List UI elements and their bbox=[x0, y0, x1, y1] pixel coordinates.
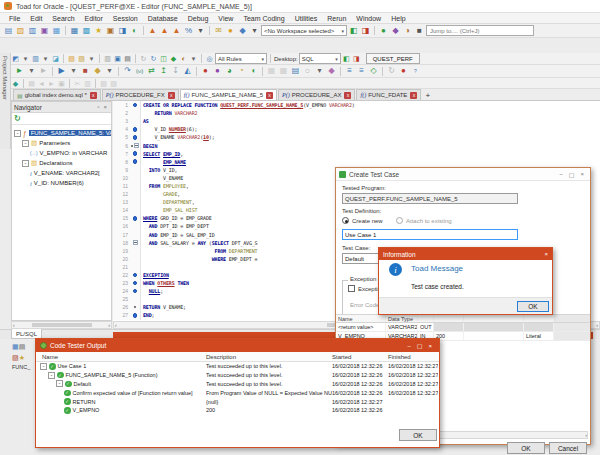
navigator-item-variable[interactable]: iV_ID: NUMBER(6) bbox=[12, 178, 111, 188]
document-tab-func-sample-name-5[interactable]: f()FUNC_SAMPLE_NAME_5x bbox=[180, 89, 277, 100]
alert-icon[interactable]: ● bbox=[225, 25, 236, 36]
breakpoint-marker-icon[interactable] bbox=[133, 103, 138, 108]
execute-script-icon[interactable]: ▲ bbox=[159, 25, 170, 36]
tree-expander-icon[interactable]: - bbox=[22, 140, 29, 147]
open-folder-icon[interactable]: ▧ bbox=[67, 54, 76, 63]
workspace-add-icon[interactable]: ◧ bbox=[348, 25, 359, 36]
pin-icon[interactable]: ◭ bbox=[182, 66, 193, 77]
redo-icon[interactable]: ↻ bbox=[149, 54, 158, 63]
workspace-dropdown[interactable]: <No Workspace selected> ▾ bbox=[261, 25, 347, 36]
ok-button[interactable]: OK bbox=[517, 301, 549, 312]
support-icon[interactable]: ◑ bbox=[402, 25, 413, 36]
column-header-name[interactable]: Name bbox=[42, 354, 58, 360]
grid-cell[interactable]: OUT bbox=[418, 323, 434, 331]
navigator-item-parameter[interactable]: (↔)V_EMPNO: in VARCHAR bbox=[12, 148, 111, 158]
current-schema-box[interactable]: QUEST_PERF bbox=[366, 53, 420, 64]
window-titlebar[interactable]: Code Tester Output – ▢ × bbox=[36, 339, 439, 352]
menu-session[interactable]: Session bbox=[108, 15, 143, 22]
tree-expander-icon[interactable]: - bbox=[48, 372, 55, 379]
export-icon[interactable]: ▨ bbox=[12, 354, 19, 361]
result-row[interactable]: ✓Confirm expected value of [Function ret… bbox=[36, 388, 439, 397]
bug-icon[interactable]: ● bbox=[200, 66, 211, 77]
close-tab-icon[interactable]: x bbox=[344, 92, 351, 99]
workspace-delete-icon[interactable]: ◨ bbox=[360, 25, 371, 36]
refresh-icon[interactable]: ↻ bbox=[14, 114, 21, 123]
dropdown-icon[interactable]: ▾ bbox=[41, 54, 50, 63]
halt-icon[interactable]: ■ bbox=[80, 66, 91, 77]
schema-browser-icon[interactable]: ▦ bbox=[69, 25, 80, 36]
wizard-icon[interactable]: ◩ bbox=[11, 54, 20, 63]
dropdown-icon[interactable]: ▾ bbox=[26, 66, 37, 77]
minimize-icon[interactable]: – bbox=[556, 171, 565, 177]
menu-editor[interactable]: Editor bbox=[80, 15, 108, 22]
refresh-icon[interactable]: ↻ bbox=[386, 66, 397, 77]
close-icon[interactable]: × bbox=[101, 104, 109, 110]
document-tab-procedure-ax[interactable]: P()PROCEDURE_AXx bbox=[278, 89, 355, 100]
navigator-item-folder[interactable]: -▧Parameters bbox=[12, 138, 111, 148]
scroll-left-icon[interactable]: ‹ bbox=[13, 322, 15, 328]
dropdown-icon[interactable]: ▾ bbox=[104, 66, 115, 77]
minimize-icon[interactable]: – bbox=[404, 343, 413, 349]
windows-icon[interactable]: ▦ bbox=[51, 25, 62, 36]
step-over-icon[interactable]: ↷ bbox=[122, 66, 133, 77]
document-tab-func-fdate[interactable]: f()FUNC_FDATEx bbox=[356, 89, 421, 100]
query-builder-icon[interactable]: ◆ bbox=[11, 79, 20, 88]
menu-database[interactable]: Database bbox=[143, 15, 183, 22]
arrow-dn-icon[interactable]: ↧ bbox=[170, 66, 181, 77]
analyze-icon[interactable]: ◕ bbox=[224, 66, 235, 77]
close-icon[interactable]: × bbox=[544, 251, 548, 257]
breakpoint-marker-icon[interactable] bbox=[133, 216, 138, 221]
document-tab-procedure-fx[interactable]: P()PROCEDURE_FXx bbox=[102, 89, 179, 100]
indent-icon[interactable]: ≡ bbox=[344, 66, 355, 77]
grid-icon[interactable]: ▦ bbox=[12, 343, 19, 350]
code-fold-icon[interactable] bbox=[133, 240, 138, 245]
menu-view[interactable]: View bbox=[213, 15, 238, 22]
execute-statement-icon[interactable]: ▲ bbox=[147, 25, 158, 36]
describe-icon[interactable]: ▣ bbox=[39, 25, 50, 36]
grid-cell[interactable] bbox=[434, 323, 464, 331]
grid-cell[interactable] bbox=[464, 332, 524, 340]
copy-icon[interactable]: ▥ bbox=[83, 79, 92, 88]
changes-icon[interactable]: ◫ bbox=[159, 54, 168, 63]
tree-expander-icon[interactable]: - bbox=[22, 160, 29, 167]
tree-expander-icon[interactable]: - bbox=[40, 363, 47, 370]
execute-as-script-icon[interactable]: ▲ bbox=[171, 25, 182, 36]
scroll-right-icon[interactable]: › bbox=[108, 322, 110, 328]
users-icon[interactable]: ◆ bbox=[237, 25, 248, 36]
options-icon[interactable]: ■ bbox=[414, 25, 425, 36]
create-new-radio[interactable]: Create new bbox=[342, 217, 383, 224]
project-manager-tab[interactable]: Project Manager bbox=[0, 53, 11, 149]
result-row[interactable]: -✓Use Case 1Test succeeded up to this le… bbox=[36, 362, 439, 371]
comment-icon[interactable]: ◇ bbox=[368, 66, 379, 77]
grid2-icon[interactable]: ▦ bbox=[278, 66, 289, 77]
grid-icon[interactable]: ▦ bbox=[266, 66, 277, 77]
dropdown-icon[interactable]: ▾ bbox=[87, 54, 96, 63]
new-file-icon[interactable]: ▤ bbox=[3, 25, 14, 36]
cut-icon[interactable]: ✂ bbox=[73, 79, 82, 88]
column-header-finished[interactable]: Finished bbox=[388, 354, 411, 360]
dropdown-icon[interactable]: ▾ bbox=[21, 54, 30, 63]
database-browser-icon[interactable]: ▣ bbox=[105, 25, 116, 36]
close-icon[interactable]: × bbox=[577, 171, 587, 177]
save-all-icon[interactable]: ▥ bbox=[103, 54, 112, 63]
marker-icon[interactable]: ◆ bbox=[326, 66, 337, 77]
star-icon[interactable]: ★ bbox=[19, 354, 25, 361]
compile-icon[interactable]: ◆ bbox=[169, 54, 178, 63]
result-row[interactable]: ✓V_EMPNO20016/02/2018 12:32:26 bbox=[36, 406, 439, 415]
scroll-left-icon[interactable]: ‹ bbox=[115, 322, 117, 328]
edit-icon[interactable]: ▣ bbox=[113, 54, 122, 63]
paste-icon[interactable]: ▧ bbox=[99, 79, 108, 88]
rules-icon[interactable]: ◎ bbox=[205, 54, 214, 63]
menu-window[interactable]: Window bbox=[351, 15, 386, 22]
maximize-icon[interactable]: ▢ bbox=[414, 342, 426, 349]
close-tab-icon[interactable]: x bbox=[90, 92, 97, 99]
dialog-titlebar[interactable]: Create Test Case – ▢ × bbox=[336, 168, 590, 181]
desktop-revert-icon[interactable]: ◨ bbox=[352, 54, 361, 63]
print-icon[interactable]: ▤ bbox=[123, 54, 132, 63]
navigator-item-variable[interactable]: iV_ENAME: VARCHAR2[ bbox=[12, 168, 111, 178]
open-file-icon[interactable]: ▧ bbox=[15, 25, 26, 36]
mail-icon[interactable]: ✉ bbox=[213, 25, 224, 36]
menu-search[interactable]: Search bbox=[47, 15, 79, 22]
bug2-icon[interactable]: ● bbox=[212, 66, 223, 77]
cancel-button[interactable]: Cancel bbox=[549, 442, 587, 454]
